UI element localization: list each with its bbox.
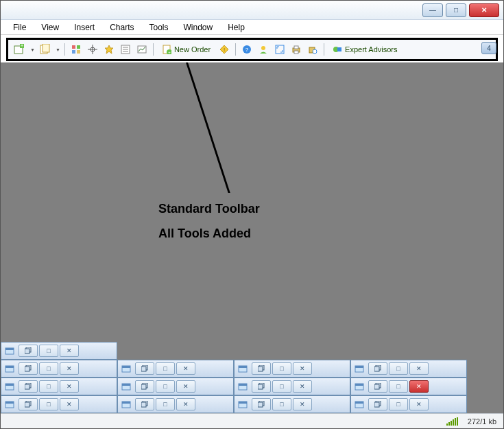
chart-restore-button[interactable] (19, 345, 38, 357)
separator (235, 43, 236, 56)
chart-window-titlebar[interactable]: □✕ (234, 395, 350, 413)
auto-trading-button[interactable]: ? (240, 43, 254, 56)
svg-rect-65 (258, 384, 263, 389)
chevron-down-icon[interactable]: ▼ (56, 47, 60, 52)
chart-maximize-button[interactable]: □ (39, 380, 58, 393)
chart-close-button[interactable]: ✕ (176, 380, 195, 393)
chart-window-titlebar[interactable]: □✕ (117, 395, 234, 413)
chart-restore-button[interactable] (19, 398, 38, 410)
chart-maximize-button[interactable]: □ (389, 398, 408, 410)
window-minimize-button[interactable]: — (422, 3, 443, 17)
chart-window-titlebar[interactable]: □✕ (117, 360, 234, 378)
fullscreen-button[interactable] (273, 43, 287, 56)
svg-rect-4 (43, 44, 49, 52)
chart-restore-button[interactable] (19, 362, 38, 375)
chart-close-button[interactable]: ✕ (176, 362, 195, 375)
chart-maximize-button[interactable]: □ (156, 362, 175, 375)
svg-rect-77 (141, 402, 146, 407)
chart-maximize-button[interactable]: □ (39, 362, 58, 375)
window-close-button[interactable]: ✕ (469, 3, 499, 17)
chart-close-button[interactable]: ✕ (60, 380, 79, 393)
svg-rect-8 (77, 50, 80, 54)
chart-window-titlebar[interactable]: □✕ (1, 342, 117, 360)
chart-restore-button[interactable] (135, 398, 154, 410)
notifications-badge[interactable]: 4 (481, 42, 496, 54)
menu-charts[interactable]: Charts (103, 21, 141, 34)
chart-close-button[interactable]: ✕ (293, 362, 312, 375)
chart-maximize-button[interactable]: □ (39, 398, 58, 410)
svg-rect-29 (294, 51, 298, 54)
svg-rect-85 (374, 402, 379, 407)
chart-restore-button[interactable] (19, 380, 38, 393)
chart-close-button[interactable]: ✕ (409, 398, 429, 410)
svg-rect-47 (239, 366, 247, 368)
chart-maximize-button[interactable]: □ (389, 380, 408, 393)
chart-close-button[interactable]: ✕ (60, 362, 79, 375)
chart-restore-button[interactable] (252, 380, 271, 393)
chevron-down-icon[interactable]: ▼ (30, 47, 35, 52)
chart-maximize-button[interactable]: □ (156, 380, 175, 393)
svg-text:?: ? (245, 47, 249, 53)
menu-window[interactable]: Window (177, 21, 220, 34)
data-window-button[interactable] (86, 43, 99, 56)
metaquotes-button[interactable]: ! (217, 43, 231, 56)
chart-window-titlebar[interactable]: □✕ (117, 378, 234, 395)
chart-window-icon (120, 398, 132, 410)
chart-window-icon (237, 398, 249, 410)
chart-window-titlebar[interactable]: □✕ (1, 360, 117, 378)
chart-restore-button[interactable] (252, 362, 271, 375)
chart-restore-button[interactable] (135, 380, 154, 393)
chart-window-titlebar[interactable]: □✕ (350, 378, 467, 395)
community-button[interactable] (256, 43, 270, 56)
menu-help[interactable]: Help (221, 21, 252, 34)
chart-window-titlebar[interactable]: □✕ (1, 378, 117, 395)
chart-restore-button[interactable] (135, 362, 154, 375)
svg-rect-79 (239, 402, 247, 404)
chart-close-button[interactable]: ✕ (60, 345, 79, 357)
navigator-button[interactable] (102, 43, 116, 56)
menu-tools[interactable]: Tools (143, 21, 176, 34)
menu-insert[interactable]: Insert (67, 21, 101, 34)
chart-window-titlebar[interactable]: □✕ (350, 395, 467, 413)
menu-file[interactable]: File (6, 21, 33, 34)
chart-restore-button[interactable] (368, 380, 387, 393)
chart-maximize-button[interactable]: □ (272, 398, 291, 410)
chart-window-icon (237, 380, 249, 393)
svg-point-31 (313, 49, 317, 54)
market-watch-button[interactable] (69, 43, 83, 56)
chart-maximize-button[interactable]: □ (272, 362, 291, 375)
standard-toolbar: + ▼ ▼ (6, 38, 498, 61)
profiles-button[interactable] (38, 43, 51, 56)
terminal-button[interactable] (119, 43, 132, 56)
chart-maximize-button[interactable]: □ (156, 398, 175, 410)
separator (153, 43, 154, 56)
print-button[interactable] (289, 43, 303, 56)
chart-maximize-button[interactable]: □ (39, 345, 58, 357)
strategy-tester-button[interactable] (135, 43, 149, 56)
chart-maximize-button[interactable]: □ (272, 380, 291, 393)
new-chart-button[interactable]: + (12, 43, 26, 56)
expert-advisors-button[interactable]: Expert Advisors (328, 43, 401, 56)
chart-restore-button[interactable] (368, 398, 387, 410)
chart-restore-button[interactable] (368, 362, 387, 375)
svg-rect-67 (355, 384, 363, 386)
chart-window-titlebar[interactable]: □✕ (234, 378, 350, 395)
new-order-button[interactable]: + New Order (158, 43, 215, 56)
mdi-row: □✕□✕□✕□✕ (1, 360, 503, 378)
chart-close-button[interactable]: ✕ (60, 398, 79, 410)
chart-maximize-button[interactable]: □ (389, 362, 408, 375)
chart-close-button[interactable]: ✕ (176, 398, 195, 410)
window-maximize-button[interactable]: □ (446, 3, 466, 17)
chart-close-button[interactable]: ✕ (409, 362, 429, 375)
menu-view[interactable]: View (34, 21, 66, 34)
chart-window-titlebar[interactable]: □✕ (1, 395, 117, 413)
chart-restore-button[interactable] (252, 398, 271, 410)
chart-close-button[interactable]: ✕ (293, 398, 312, 410)
chart-close-button[interactable]: ✕ (409, 380, 429, 393)
chart-window-titlebar[interactable]: □✕ (234, 360, 350, 378)
chart-close-button[interactable]: ✕ (293, 380, 312, 393)
svg-rect-59 (122, 384, 130, 386)
titlebar: — □ ✕ (1, 1, 503, 20)
chart-window-titlebar[interactable]: □✕ (350, 360, 467, 378)
print-preview-button[interactable] (306, 43, 320, 56)
